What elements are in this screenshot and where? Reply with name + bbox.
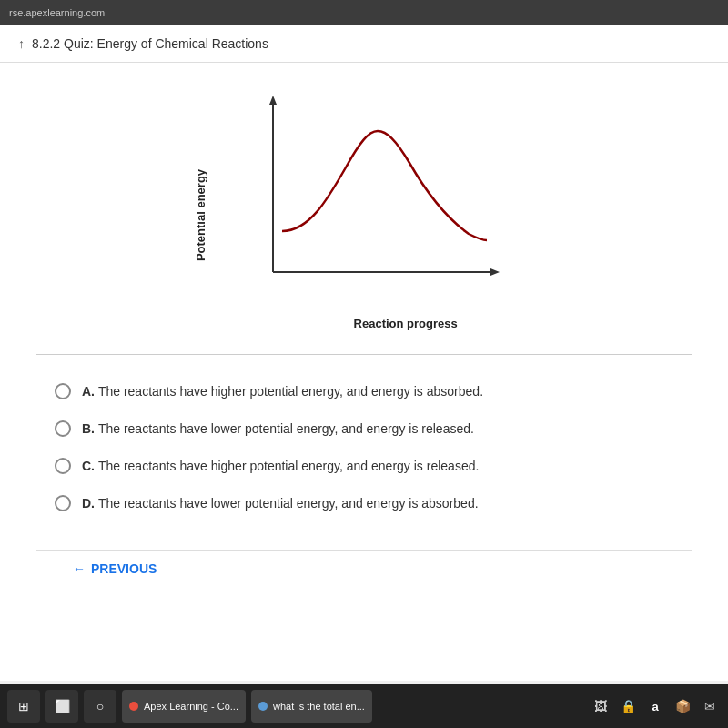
file-manager-icon[interactable]: 🖼 bbox=[590, 695, 612, 717]
option-a-text: A. The reactants have higher potential e… bbox=[82, 382, 483, 401]
text-icon[interactable]: a bbox=[644, 695, 666, 717]
box-icon[interactable]: 📦 bbox=[672, 695, 693, 717]
radio-c[interactable] bbox=[55, 458, 71, 474]
chart-wrapper: Potential energy Reaction progress bbox=[209, 90, 519, 327]
previous-button[interactable]: ← PREVIOUS bbox=[73, 561, 655, 576]
quiz-header: ↑ 8.2.2 Quiz: Energy of Chemical Reactio… bbox=[0, 25, 728, 63]
option-b-text: B. The reactants have lower potential en… bbox=[82, 420, 474, 439]
whatis-app-label: what is the total en... bbox=[273, 701, 365, 712]
radio-a[interactable] bbox=[55, 383, 71, 399]
option-d[interactable]: D. The reactants have lower potential en… bbox=[55, 485, 692, 522]
svg-marker-1 bbox=[269, 96, 277, 105]
section-divider bbox=[36, 354, 692, 355]
cortana-icon[interactable]: ○ bbox=[84, 690, 116, 723]
radio-b[interactable] bbox=[55, 420, 71, 437]
apex-app-dot bbox=[129, 702, 138, 711]
y-axis-label: Potential energy bbox=[194, 169, 207, 261]
taskbar: ⊞ ⬜ ○ Apex Learning - Co... what is the … bbox=[0, 684, 728, 728]
svg-marker-3 bbox=[490, 268, 500, 276]
taskbar-apex-app[interactable]: Apex Learning - Co... bbox=[122, 690, 246, 723]
answer-options: A. The reactants have higher potential e… bbox=[55, 373, 692, 522]
mail-icon[interactable]: ✉ bbox=[699, 695, 721, 717]
main-content: Potential energy Reaction progress bbox=[0, 63, 728, 681]
option-a[interactable]: A. The reactants have higher potential e… bbox=[55, 373, 692, 410]
browser-bar: rse.apexlearning.com bbox=[0, 0, 728, 25]
option-b[interactable]: B. The reactants have lower potential en… bbox=[55, 410, 692, 448]
quiz-back-icon[interactable]: ↑ bbox=[18, 36, 25, 51]
option-c-text: C. The reactants have higher potential e… bbox=[82, 457, 479, 476]
option-c[interactable]: C. The reactants have higher potential e… bbox=[55, 448, 692, 485]
radio-d[interactable] bbox=[55, 495, 71, 511]
previous-label: PREVIOUS bbox=[91, 561, 157, 576]
whatis-app-dot bbox=[258, 702, 268, 711]
lock-icon[interactable]: 🔒 bbox=[617, 695, 639, 717]
apex-app-label: Apex Learning - Co... bbox=[144, 701, 238, 712]
energy-diagram-chart bbox=[237, 90, 510, 308]
chart-container: Potential energy Reaction progress bbox=[36, 81, 692, 336]
nav-bar: ← PREVIOUS bbox=[36, 550, 692, 587]
previous-arrow-icon: ← bbox=[73, 561, 86, 576]
taskbar-system-tray: 🖼 🔒 a 📦 ✉ bbox=[590, 695, 721, 717]
x-axis-label: Reaction progress bbox=[354, 317, 458, 330]
browser-url: rse.apexlearning.com bbox=[9, 7, 105, 18]
quiz-title: 8.2.2 Quiz: Energy of Chemical Reactions bbox=[32, 36, 268, 51]
windows-start-icon[interactable]: ⊞ bbox=[7, 690, 40, 723]
option-d-text: D. The reactants have lower potential en… bbox=[82, 494, 479, 513]
taskbar-whatis-app[interactable]: what is the total en... bbox=[251, 690, 372, 723]
search-icon[interactable]: ⬜ bbox=[46, 690, 78, 723]
